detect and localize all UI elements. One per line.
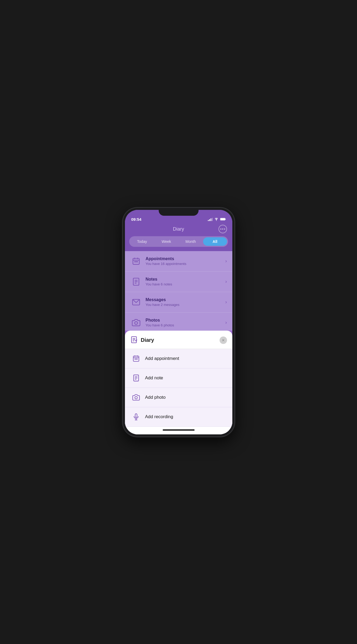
svg-rect-30 [137,359,138,360]
add-note-label: Add note [145,375,163,381]
header-title: Diary [173,226,184,232]
sheet-close-button[interactable]: ✕ [220,336,227,344]
status-time: 09:54 [131,217,208,222]
signal-icon [208,218,213,221]
photos-title: Photos [146,318,225,323]
svg-point-16 [135,322,137,325]
dots-icon [220,228,225,230]
tab-month[interactable]: Month [179,237,203,246]
battery-icon [220,218,226,222]
list-item-messages[interactable]: Messages You have 2 messages › [125,292,232,313]
tab-week[interactable]: Week [154,237,178,246]
add-recording-icon [131,412,141,422]
app-header: Diary [125,223,232,236]
messages-subtitle: You have 2 messages [146,303,225,307]
add-photo-item[interactable]: Add photo [125,388,232,407]
notes-icon [130,276,142,288]
add-photo-icon [131,393,141,402]
add-note-icon [131,373,141,383]
notes-subtitle: You have 6 notes [146,282,225,286]
svg-rect-29 [136,359,137,360]
svg-rect-3 [220,218,225,220]
photos-subtitle: You have 6 photos [146,323,225,327]
svg-rect-28 [135,359,136,360]
home-indicator [125,427,232,434]
wifi-icon [214,218,219,222]
messages-text: Messages You have 2 messages [146,297,225,307]
close-icon: ✕ [222,338,225,342]
add-appointment-label: Add appointment [145,356,179,361]
screen: 09:54 [125,210,232,434]
tab-today[interactable]: Today [130,237,154,246]
svg-rect-2 [225,219,225,219]
notes-text: Notes You have 6 notes [146,277,225,286]
appointments-title: Appointments [146,256,225,261]
svg-rect-36 [135,414,137,417]
tab-container: Today Week Month All [129,236,228,247]
svg-point-35 [135,396,137,399]
envelope-icon [130,296,142,308]
sheet-header: Diary ✕ [125,331,232,349]
bottom-sheet: Diary ✕ [125,331,232,434]
tab-all[interactable]: All [203,237,227,246]
svg-rect-10 [137,261,138,262]
messages-title: Messages [146,297,225,302]
svg-rect-8 [134,261,135,262]
list-item-appointments[interactable]: Appointments You have 16 appointments › [125,251,232,272]
photos-chevron: › [225,320,227,325]
notes-title: Notes [146,277,225,282]
phone-frame: 09:54 [123,208,234,437]
svg-point-0 [216,220,217,221]
add-appointment-icon [131,354,141,363]
add-photo-label: Add photo [145,395,166,400]
status-icons [208,218,226,222]
calendar-icon [130,255,142,267]
notes-chevron: › [225,279,227,284]
appointments-chevron: › [225,258,227,264]
tab-bar: Today Week Month All [125,236,232,251]
notch [159,208,199,216]
add-appointment-item[interactable]: Add appointment [125,349,232,368]
appointments-text: Appointments You have 16 appointments [146,256,225,266]
list-container: Appointments You have 16 appointments › [125,251,232,331]
sheet-title: Diary [141,337,220,343]
menu-button[interactable] [219,225,227,233]
messages-chevron: › [225,299,227,305]
add-recording-label: Add recording [145,414,173,419]
svg-rect-9 [136,261,137,262]
list-item-notes[interactable]: Notes You have 6 notes › [125,272,232,292]
add-recording-item[interactable]: Add recording [125,407,232,427]
photos-text: Photos You have 6 photos [146,318,225,327]
add-note-item[interactable]: Add note [125,368,232,388]
sheet-list: Add appointment Add note [125,349,232,427]
home-bar [163,429,195,431]
camera-icon [130,317,142,329]
appointments-subtitle: You have 16 appointments [146,262,225,266]
sheet-header-icon [130,336,138,344]
list-item-photos[interactable]: Photos You have 6 photos › [125,313,232,331]
